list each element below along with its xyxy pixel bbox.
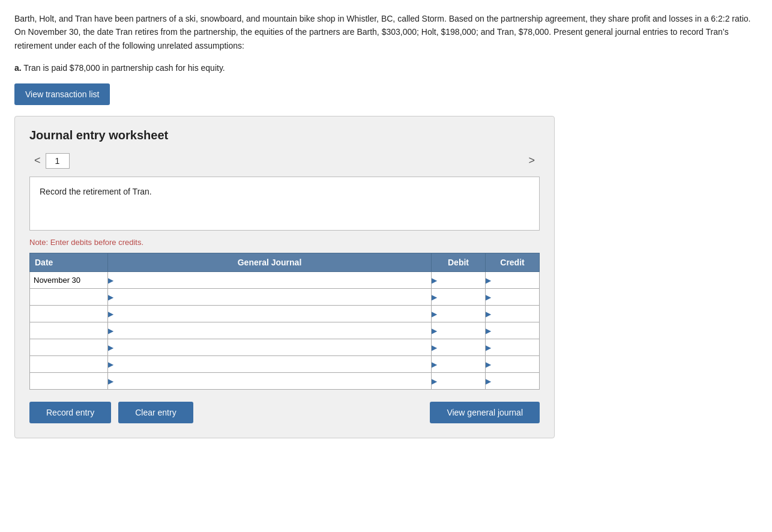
date-input-5[interactable] bbox=[30, 356, 107, 372]
description-box: Record the retirement of Tran. bbox=[29, 177, 540, 231]
debit-input-0[interactable] bbox=[438, 272, 485, 288]
credit-arrow-2: ▶ bbox=[486, 310, 491, 318]
table-row: ▶▶▶ bbox=[30, 373, 540, 390]
table-row: ▶▶▶ bbox=[30, 306, 540, 322]
credit-arrow-5: ▶ bbox=[486, 360, 491, 369]
general-journal-cell-4[interactable]: ▶ bbox=[108, 339, 432, 356]
action-buttons-row: Record entry Clear entry View general jo… bbox=[29, 402, 540, 423]
journal-entry-worksheet: Journal entry worksheet < 1 > Record the… bbox=[14, 116, 555, 438]
debit-cell-6[interactable]: ▶ bbox=[432, 373, 486, 390]
debit-cell-2[interactable]: ▶ bbox=[432, 306, 486, 322]
credit-cell-2[interactable]: ▶ bbox=[486, 306, 540, 322]
tab-navigation: < 1 > bbox=[29, 152, 540, 169]
debit-input-1[interactable] bbox=[438, 289, 485, 305]
table-row: ▶▶▶ bbox=[30, 322, 540, 339]
general-journal-input-3[interactable] bbox=[115, 322, 431, 339]
assumption-a-text: Tran is paid $78,000 in partnership cash… bbox=[23, 63, 225, 73]
debit-arrow-0: ▶ bbox=[432, 276, 437, 285]
row-arrow-4: ▶ bbox=[108, 343, 113, 352]
date-cell-4[interactable] bbox=[30, 339, 108, 356]
credit-cell-5[interactable]: ▶ bbox=[486, 356, 540, 373]
debit-arrow-1: ▶ bbox=[432, 293, 437, 301]
date-cell-6[interactable] bbox=[30, 373, 108, 390]
date-input-1[interactable] bbox=[30, 289, 107, 305]
date-cell-2[interactable] bbox=[30, 306, 108, 322]
col-header-general-journal: General Journal bbox=[108, 253, 432, 272]
description-text: Record the retirement of Tran. bbox=[40, 187, 152, 196]
note-text: Note: Enter debits before credits. bbox=[29, 238, 540, 247]
general-journal-cell-0[interactable]: ▶ bbox=[108, 272, 432, 289]
general-journal-input-6[interactable] bbox=[115, 373, 431, 389]
general-journal-cell-6[interactable]: ▶ bbox=[108, 373, 432, 390]
debit-input-4[interactable] bbox=[438, 339, 485, 355]
debit-arrow-6: ▶ bbox=[432, 377, 437, 385]
debit-cell-5[interactable]: ▶ bbox=[432, 356, 486, 373]
general-journal-cell-1[interactable]: ▶ bbox=[108, 289, 432, 306]
credit-cell-0[interactable]: ▶ bbox=[486, 272, 540, 289]
row-arrow-0: ▶ bbox=[108, 276, 113, 285]
row-arrow-6: ▶ bbox=[108, 377, 113, 385]
credit-input-3[interactable] bbox=[492, 322, 539, 339]
clear-entry-button[interactable]: Clear entry bbox=[118, 402, 193, 423]
col-header-credit: Credit bbox=[486, 253, 540, 272]
journal-table: Date General Journal Debit Credit ▶▶▶▶▶▶… bbox=[29, 253, 540, 390]
debit-cell-0[interactable]: ▶ bbox=[432, 272, 486, 289]
general-journal-input-1[interactable] bbox=[115, 289, 431, 305]
debit-arrow-5: ▶ bbox=[432, 360, 437, 369]
table-row: ▶▶▶ bbox=[30, 289, 540, 306]
col-header-date: Date bbox=[30, 253, 108, 272]
col-header-debit: Debit bbox=[432, 253, 486, 272]
general-journal-input-2[interactable] bbox=[115, 306, 431, 322]
date-input-0[interactable] bbox=[30, 272, 107, 288]
table-row: ▶▶▶ bbox=[30, 272, 540, 289]
debit-input-6[interactable] bbox=[438, 373, 485, 389]
general-journal-cell-2[interactable]: ▶ bbox=[108, 306, 432, 322]
date-input-6[interactable] bbox=[30, 373, 107, 389]
credit-cell-4[interactable]: ▶ bbox=[486, 339, 540, 356]
credit-cell-6[interactable]: ▶ bbox=[486, 373, 540, 390]
debit-arrow-2: ▶ bbox=[432, 310, 437, 318]
record-entry-button[interactable]: Record entry bbox=[29, 402, 111, 423]
assumption-a-letter: a. bbox=[14, 63, 22, 73]
credit-arrow-3: ▶ bbox=[486, 327, 491, 335]
view-transaction-button[interactable]: View transaction list bbox=[14, 83, 110, 105]
view-general-journal-button[interactable]: View general journal bbox=[430, 402, 540, 423]
row-arrow-1: ▶ bbox=[108, 293, 113, 301]
nav-left-arrow[interactable]: < bbox=[29, 152, 46, 169]
credit-cell-1[interactable]: ▶ bbox=[486, 289, 540, 306]
credit-arrow-0: ▶ bbox=[486, 276, 491, 285]
debit-input-5[interactable] bbox=[438, 356, 485, 372]
date-cell-0[interactable] bbox=[30, 272, 108, 289]
credit-cell-3[interactable]: ▶ bbox=[486, 322, 540, 339]
general-journal-input-4[interactable] bbox=[115, 339, 431, 355]
date-cell-5[interactable] bbox=[30, 356, 108, 373]
debit-cell-3[interactable]: ▶ bbox=[432, 322, 486, 339]
general-journal-cell-5[interactable]: ▶ bbox=[108, 356, 432, 373]
debit-cell-1[interactable]: ▶ bbox=[432, 289, 486, 306]
credit-input-6[interactable] bbox=[492, 373, 539, 389]
date-cell-1[interactable] bbox=[30, 289, 108, 306]
table-row: ▶▶▶ bbox=[30, 356, 540, 373]
credit-input-4[interactable] bbox=[492, 339, 539, 355]
credit-input-1[interactable] bbox=[492, 289, 539, 305]
general-journal-input-5[interactable] bbox=[115, 356, 431, 372]
assumption-a-label: a. Tran is paid $78,000 in partnership c… bbox=[14, 63, 758, 73]
debit-arrow-4: ▶ bbox=[432, 343, 437, 352]
debit-input-3[interactable] bbox=[438, 322, 485, 339]
credit-input-2[interactable] bbox=[492, 306, 539, 322]
credit-input-5[interactable] bbox=[492, 356, 539, 372]
date-input-4[interactable] bbox=[30, 339, 107, 355]
row-arrow-2: ▶ bbox=[108, 310, 113, 318]
general-journal-cell-3[interactable]: ▶ bbox=[108, 322, 432, 339]
credit-input-0[interactable] bbox=[492, 272, 539, 288]
general-journal-input-0[interactable] bbox=[115, 272, 431, 288]
date-cell-3[interactable] bbox=[30, 322, 108, 339]
credit-arrow-1: ▶ bbox=[486, 293, 491, 301]
nav-right-arrow[interactable]: > bbox=[523, 152, 540, 169]
debit-input-2[interactable] bbox=[438, 306, 485, 322]
date-input-2[interactable] bbox=[30, 306, 107, 322]
debit-arrow-3: ▶ bbox=[432, 327, 437, 335]
debit-cell-4[interactable]: ▶ bbox=[432, 339, 486, 356]
worksheet-title: Journal entry worksheet bbox=[29, 128, 540, 142]
date-input-3[interactable] bbox=[30, 322, 107, 339]
